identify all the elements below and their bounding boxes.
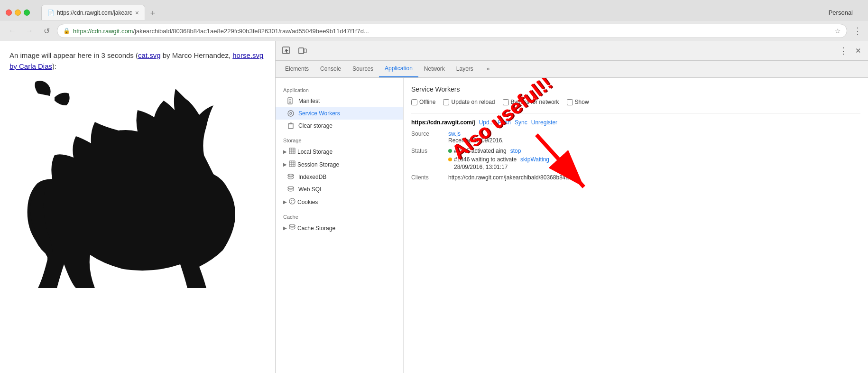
element-picker-button[interactable] (279, 45, 294, 57)
tab-layers[interactable]: Layers (451, 60, 479, 77)
new-tab-button[interactable]: + (146, 7, 159, 20)
update-on-reload-label: Update on reload (451, 99, 495, 105)
chrome-menu-icon[interactable]: ⋮ (853, 25, 862, 37)
close-traffic-light[interactable] (6, 9, 12, 16)
device-icon (298, 47, 307, 55)
sidebar-item-cache-storage[interactable]: ▶ Cache Storage (276, 222, 403, 234)
cache-storage-arrow-icon: ▶ (283, 225, 287, 231)
update-on-reload-option[interactable]: Update on reload (443, 99, 495, 105)
sidebar-item-clear-storage[interactable]: Clear storage (276, 120, 403, 132)
sidebar-section-application-label: Application (276, 82, 403, 95)
sidebar-section-cache-label: Cache (276, 208, 403, 222)
security-lock-icon: 🔒 (63, 28, 70, 34)
show-label: Show (575, 99, 589, 105)
sidebar-item-web-sql[interactable]: Web SQL (276, 183, 403, 196)
bypass-network-checkbox[interactable] (503, 99, 509, 105)
device-toolbar-button[interactable] (295, 45, 310, 57)
update-on-reload-checkbox[interactable] (443, 99, 449, 105)
sw-entry: https://cdn.rawgit.com/j Upd... Push Syn… (411, 113, 860, 181)
sidebar-item-service-workers[interactable]: Service Workers (276, 107, 403, 120)
sidebar-item-cookies[interactable]: ▶ Cookies (276, 196, 403, 208)
svg-point-25 (291, 200, 292, 201)
sw-status-value: #1845 activated a ing stop #1846 waiting… (448, 148, 860, 170)
offline-checkbox[interactable] (411, 99, 417, 105)
back-button[interactable]: ← (6, 24, 19, 37)
bypass-network-label: Bypass for network (511, 99, 559, 105)
devtools-close-button[interactable]: ✕ (852, 45, 864, 57)
sw-skip-waiting-link[interactable]: skipWaiting (520, 156, 549, 163)
sidebar-section-storage-label: Storage (276, 132, 403, 145)
sidebar-item-local-storage[interactable]: ▶ Local Storage (276, 145, 403, 158)
svg-rect-17 (289, 161, 295, 167)
sw-status-row: Status #1845 activated a ing stop (411, 148, 860, 170)
sidebar-item-session-storage[interactable]: ▶ Session Storage (276, 158, 403, 171)
sw-sync-link[interactable]: Sync (515, 119, 527, 126)
clear-storage-label: Clear storage (298, 122, 332, 129)
clear-storage-icon (287, 122, 295, 130)
maximize-traffic-light[interactable] (24, 9, 30, 16)
sw-clients-row: Clients https://cdn.rawgit.com/jakearchi… (411, 174, 860, 181)
web-sql-icon (287, 186, 295, 193)
tab-more[interactable]: » (481, 60, 496, 77)
tab-close-button[interactable]: × (135, 9, 139, 17)
sw-clients-label: Clients (411, 174, 444, 181)
sw-js-link[interactable]: sw.js (448, 131, 461, 137)
sw-status2-text: #1846 waiting to activate (454, 156, 517, 163)
show-option[interactable]: Show (567, 99, 589, 105)
cache-storage-icon (289, 224, 295, 232)
bookmark-star-icon[interactable]: ☆ (835, 27, 841, 35)
status-yellow-dot (448, 158, 452, 161)
tab-application[interactable]: Application (379, 60, 418, 77)
local-storage-arrow-icon: ▶ (283, 149, 287, 154)
cookies-icon (289, 198, 295, 206)
svg-point-24 (289, 198, 295, 204)
sw-options-bar: Offline Update on reload Bypass for netw… (411, 99, 860, 105)
address-bar[interactable]: 🔒 https://cdn.rawgit.com/jakearchibald/8… (57, 24, 847, 38)
sw-status1-text: #1845 activated a (454, 148, 499, 154)
service-workers-icon (287, 110, 295, 117)
minimize-traffic-light[interactable] (15, 9, 21, 16)
devtools-chrome: ⋮ ✕ Elements Console Sources Application… (275, 41, 868, 373)
sw-stop-link[interactable]: stop (510, 148, 521, 154)
sw-unregister-link[interactable]: Unregister (531, 119, 557, 126)
tab-title: https://cdn.rawgit.com/jakearc (57, 9, 132, 16)
indexeddb-icon (287, 173, 295, 181)
sw-entry-url: https://cdn.rawgit.com/j (411, 119, 475, 126)
forward-button[interactable]: → (23, 24, 36, 37)
sidebar-item-manifest[interactable]: Manifest (276, 95, 403, 107)
cat-svg-link[interactable]: cat.svg (138, 51, 161, 59)
tab-network[interactable]: Network (418, 60, 451, 77)
svg-point-7 (288, 111, 294, 116)
title-bar: 📄 https://cdn.rawgit.com/jakearc × + Per… (0, 0, 868, 21)
devtools-more-button[interactable]: ⋮ (836, 44, 850, 58)
sw-update-link[interactable]: Upd... (479, 119, 494, 126)
sw-push-link[interactable]: Push (498, 119, 511, 126)
browser-chrome: 📄 https://cdn.rawgit.com/jakearc × + Per… (0, 0, 868, 373)
tab-sources[interactable]: Sources (347, 60, 379, 77)
devtools-tab-bar: Elements Console Sources Application Net… (276, 61, 868, 78)
main-area: An image will appear here in 3 seconds (… (0, 41, 868, 373)
devtools-content-area: Application Manifest Service Workers (276, 78, 868, 373)
tab-console[interactable]: Console (314, 60, 347, 77)
sw-url-text: https://cdn.rawgit.com/j (411, 119, 475, 126)
sw-source-label: Source (411, 131, 444, 137)
browser-tab[interactable]: 📄 https://cdn.rawgit.com/jakearc × (41, 5, 145, 20)
svg-point-27 (291, 202, 292, 203)
svg-point-28 (289, 224, 295, 226)
traffic-lights (6, 9, 30, 16)
cookies-label: Cookies (297, 199, 318, 205)
svg-point-22 (288, 174, 294, 176)
offline-label: Offline (419, 99, 435, 105)
sidebar-item-indexeddb[interactable]: IndexedDB (276, 171, 403, 183)
show-checkbox[interactable] (567, 99, 573, 105)
reload-button[interactable]: ↺ (40, 24, 53, 37)
bypass-network-option[interactable]: Bypass for network (503, 99, 559, 105)
page-text-mid: by Marco Hernandez, (161, 51, 233, 59)
cookies-arrow-icon: ▶ (283, 199, 287, 205)
svg-rect-1 (299, 48, 304, 54)
web-sql-label: Web SQL (298, 186, 323, 193)
offline-option[interactable]: Offline (411, 99, 435, 105)
cursor-icon (282, 47, 291, 55)
manifest-label: Manifest (298, 98, 320, 104)
tab-elements[interactable]: Elements (279, 60, 314, 77)
